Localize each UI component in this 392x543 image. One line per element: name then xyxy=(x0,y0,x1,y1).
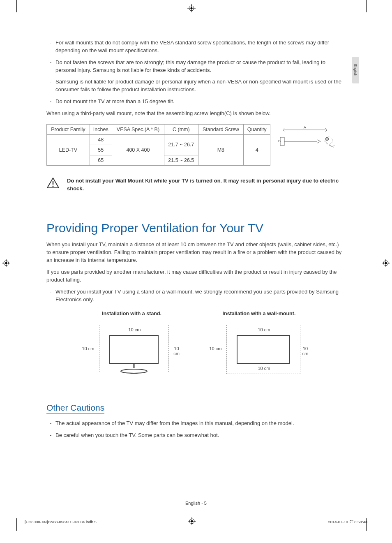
footer-file-info: [UH8000-XN]BN68-05841C-03L04.indb 5 xyxy=(25,520,97,524)
svg-point-19 xyxy=(52,185,53,187)
svg-point-25 xyxy=(191,520,193,522)
warning-block: Do not install your Wall Mount Kit while… xyxy=(46,177,344,193)
warning-icon xyxy=(46,177,60,190)
list-item: Do not fasten the screws that are too st… xyxy=(46,59,344,74)
table-header: Inches xyxy=(90,124,112,134)
crop-mark xyxy=(366,0,367,12)
third-party-note: When using a third-party wall mount, not… xyxy=(46,110,344,118)
registration-mark-icon xyxy=(187,4,196,12)
crop-mark xyxy=(16,518,17,531)
svg-point-11 xyxy=(385,262,387,264)
vesa-spec-table: Product Family Inches VESA Spec.(A * B) … xyxy=(46,124,270,166)
table-header: Standard Screw xyxy=(198,124,244,134)
dim-label: 10 cm xyxy=(257,366,271,371)
table-cell: 65 xyxy=(90,155,112,165)
table-cell: 48 xyxy=(90,134,112,145)
list-item: Do not mount the TV at more than a 15 de… xyxy=(46,98,344,106)
list-item: The actual appearance of the TV may diff… xyxy=(46,420,344,427)
other-cautions-heading: Other Cautions xyxy=(46,403,104,414)
registration-mark-icon xyxy=(382,259,390,267)
table-cell: 4 xyxy=(244,134,270,165)
table-cell: 55 xyxy=(90,145,112,155)
ventilation-bullets: Whether you install your TV using a stan… xyxy=(46,288,344,304)
list-item: Samsung is not liable for product damage… xyxy=(46,78,344,94)
tv-stand-icon xyxy=(120,364,148,374)
dim-label: 10 cm xyxy=(81,346,95,351)
dim-label: 10 cm xyxy=(128,327,142,332)
list-item: Be careful when you touch the TV. Some p… xyxy=(46,432,344,439)
list-item: For wall mounts that do not comply with … xyxy=(46,39,344,55)
table-cell: 400 X 400 xyxy=(112,134,164,165)
list-item: Whether you install your TV using a stan… xyxy=(46,288,344,304)
crop-mark xyxy=(16,0,17,12)
other-cautions-list: The actual appearance of the TV may diff… xyxy=(46,420,344,439)
table-header: Quantity xyxy=(244,124,270,134)
diagram-caption: Installation with a wall-mount. xyxy=(208,311,311,317)
dim-label: 10 cm xyxy=(257,327,271,332)
wall-mount-notes-list: For wall mounts that do not comply with … xyxy=(46,39,344,106)
dim-label: 10 cm xyxy=(209,346,223,351)
ventilation-para-1: When you install your TV, maintain a dis… xyxy=(46,241,344,264)
table-cell: 21.7 ~ 26.7 xyxy=(164,134,198,155)
footer-timestamp: 2014-07-10 ㌀ 8:58:43 xyxy=(328,520,367,524)
svg-point-7 xyxy=(5,262,7,264)
table-header: VESA Spec.(A * B) xyxy=(112,124,164,134)
language-tab: English xyxy=(352,57,359,83)
screw-dimension-diagram: A B xyxy=(276,125,338,158)
table-header: Product Family xyxy=(47,124,90,134)
registration-mark-icon xyxy=(2,259,10,267)
table-header: C (mm) xyxy=(164,124,198,134)
svg-point-21 xyxy=(121,369,147,373)
page-footer: English - 5 xyxy=(0,501,392,506)
registration-mark-icon xyxy=(188,517,196,527)
svg-point-16 xyxy=(325,137,329,141)
ventilation-heading: Providing Proper Ventilation for Your TV xyxy=(46,221,344,235)
table-cell: LED-TV xyxy=(47,134,90,165)
dim-label-b: B xyxy=(278,139,281,143)
table-cell: 21.5 ~ 26.5 xyxy=(164,155,198,165)
dim-label: 10 cm xyxy=(170,346,183,356)
diagram-caption: Installation with a stand. xyxy=(81,311,183,317)
dim-label-a: A xyxy=(304,125,306,129)
install-wall-diagram: Installation with a wall-mount. 10 cm 10… xyxy=(208,311,311,382)
install-stand-diagram: Installation with a stand. 10 cm 10 cm 1… xyxy=(81,311,183,382)
svg-rect-13 xyxy=(280,137,284,146)
table-cell: M8 xyxy=(198,134,244,165)
dim-label: 10 cm xyxy=(300,346,311,356)
warning-text: Do not install your Wall Mount Kit while… xyxy=(67,177,344,193)
svg-point-3 xyxy=(191,7,193,9)
page-content: For wall mounts that do not comply with … xyxy=(46,39,344,444)
ventilation-para-2: If you use parts provided by another man… xyxy=(46,268,344,284)
